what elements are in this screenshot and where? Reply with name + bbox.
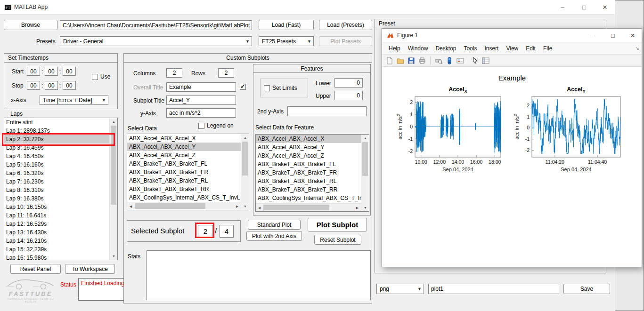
- lap-list-item[interactable]: Lap 5: 16.160s: [4, 160, 109, 169]
- select-data-listbox[interactable]: ABX_Accel_ABX_Accel_XABX_Accel_ABX_Accel…: [127, 134, 249, 210]
- overall-title-checkbox-row[interactable]: [240, 84, 246, 90]
- feature-list-item[interactable]: ABX_CoolingSys_Internal_ABX_CS_T_InvL: [256, 194, 361, 202]
- scroll-right-icon[interactable]: ▶: [234, 202, 241, 210]
- start-minute-field[interactable]: 00: [45, 67, 58, 76]
- standard-plot-button[interactable]: Standard Plot: [248, 220, 301, 230]
- menu-insert[interactable]: Insert: [481, 45, 502, 52]
- feature-list-item[interactable]: ABX_Accel_ABX_Accel_Y: [256, 143, 361, 152]
- data-list-item[interactable]: ABX_BrakeT_ABX_BrakeT_FL: [127, 159, 241, 168]
- lap-list-item[interactable]: Lap 6: 16.320s: [4, 169, 109, 177]
- select-data-scrollbar-horizontal[interactable]: ◀ ▶: [127, 202, 241, 210]
- feature-data-listbox[interactable]: ABX_Accel_ABX_Accel_XABX_Accel_ABX_Accel…: [255, 134, 369, 212]
- reset-panel-button[interactable]: Reset Panel: [10, 264, 61, 274]
- scroll-down-icon[interactable]: ▼: [361, 204, 369, 211]
- scroll-left-icon[interactable]: ◀: [127, 202, 134, 210]
- feature-list-item[interactable]: ABX_Accel_ABX_Accel_Z: [256, 152, 361, 160]
- lap-list-item[interactable]: Lap 10: 16.150s: [4, 203, 109, 211]
- lap-list-item[interactable]: Lap 13: 16.430s: [4, 228, 109, 237]
- feature-list-item[interactable]: ABX_BrakeT_ABX_BrakeT_RR: [256, 185, 361, 194]
- stop-minute-field[interactable]: 00: [45, 81, 58, 90]
- minimize-button[interactable]: –: [555, 3, 570, 12]
- export-filename-field[interactable]: plot1: [428, 284, 559, 294]
- feature-list-item[interactable]: ABX_BrakeT_ABX_BrakeT_FL: [256, 160, 361, 168]
- plot-presets-button[interactable]: Plot Presets: [319, 36, 372, 46]
- scroll-down-icon[interactable]: ▼: [110, 253, 118, 260]
- menu-edit[interactable]: Edit: [522, 45, 539, 52]
- save-figure-icon[interactable]: [407, 56, 416, 65]
- scrollbar-thumb[interactable]: [242, 142, 248, 175]
- save-button[interactable]: Save: [563, 284, 610, 294]
- feature-scrollbar-horizontal[interactable]: ◀ ▶: [256, 203, 361, 211]
- lap-list-item[interactable]: Lap 9: 16.380s: [4, 194, 109, 203]
- lap-list-item[interactable]: Lap 7: 16.230s: [4, 177, 109, 186]
- lap-list-item[interactable]: Lap 4: 16.450s: [4, 152, 109, 160]
- select-data-scrollbar-vertical[interactable]: ▲ ▼: [241, 134, 249, 210]
- scroll-up-icon[interactable]: ▲: [241, 134, 249, 141]
- scrollbar-thumb[interactable]: [362, 142, 368, 176]
- second-yaxis-field[interactable]: [287, 106, 367, 116]
- browse-button[interactable]: Browse: [4, 20, 57, 30]
- overall-title-checkbox[interactable]: [240, 84, 246, 90]
- load-fast-button[interactable]: Load (Fast): [259, 20, 314, 30]
- scrollbar-thumb[interactable]: [135, 203, 205, 209]
- menu-tools[interactable]: Tools: [460, 45, 481, 52]
- edit-plot-cursor-icon[interactable]: [470, 56, 480, 65]
- close-button[interactable]: ✕: [597, 3, 612, 12]
- subplot-title-field[interactable]: Accel_Y: [166, 96, 236, 105]
- export-format-dropdown[interactable]: png ▼: [376, 284, 424, 294]
- open-file-icon[interactable]: [396, 56, 405, 65]
- use-checkbox-row[interactable]: Use: [92, 73, 110, 80]
- overall-title-field[interactable]: Example: [166, 82, 236, 92]
- load-presets-button[interactable]: Load (Presets): [319, 20, 372, 30]
- rows-field[interactable]: 2: [218, 68, 234, 78]
- feature-list-item[interactable]: ABX_BrakeT_ABX_BrakeT_FR: [256, 168, 361, 177]
- legend-checkbox[interactable]: [198, 123, 204, 129]
- lap-list-item[interactable]: Lap 11: 16.641s: [4, 211, 109, 220]
- menu-desktop[interactable]: Desktop: [432, 45, 460, 52]
- menu-window[interactable]: Window: [404, 45, 432, 52]
- scroll-left-icon[interactable]: ◀: [256, 204, 263, 212]
- data-list-item[interactable]: ABX_BrakeT_ABX_BrakeT_RR: [127, 185, 241, 193]
- stop-hour-field[interactable]: 00: [27, 81, 40, 90]
- insert-legend-icon[interactable]: [456, 56, 465, 65]
- data-list-item[interactable]: ABX_Accel_ABX_Accel_Z: [127, 151, 241, 159]
- menu-file[interactable]: File: [539, 45, 556, 52]
- presets-dropdown[interactable]: Driver - General ▼: [60, 36, 252, 46]
- path-field[interactable]: C:\Users\Vincent Chau\Documents\Fasttube…: [60, 20, 252, 30]
- lap-list-item[interactable]: Lap 15: 32.239s: [4, 245, 109, 254]
- figure-maximize-button[interactable]: □: [605, 31, 620, 40]
- ft25-presets-dropdown[interactable]: FT25 Presets ▼: [259, 36, 314, 46]
- lap-list-item[interactable]: Lap 12: 16.529s: [4, 220, 109, 228]
- start-hour-field[interactable]: 00: [27, 67, 40, 76]
- figure-minimize-button[interactable]: –: [584, 31, 599, 40]
- dock-figure-icon[interactable]: ↘: [636, 46, 639, 51]
- data-list-item[interactable]: ABX_Accel_ABX_Accel_Y: [127, 143, 241, 151]
- feature-scrollbar-vertical[interactable]: ▲ ▼: [361, 135, 369, 211]
- reset-subplot-button[interactable]: Reset Subplot: [314, 235, 361, 245]
- data-list-item[interactable]: ABX_BrakeT_ABX_BrakeT_FR: [127, 168, 241, 176]
- maximize-button[interactable]: □: [577, 3, 592, 12]
- data-list-item[interactable]: ABX_BrakeT_ABX_BrakeT_RL: [127, 176, 241, 185]
- columns-field[interactable]: 2: [166, 68, 182, 78]
- xaxis-dropdown[interactable]: Time [h:m:s + Date] ▼: [40, 95, 108, 105]
- scroll-up-icon[interactable]: ▲: [361, 135, 369, 142]
- legend-checkbox-row[interactable]: Legend on: [198, 122, 234, 129]
- set-limits-checkbox[interactable]: [264, 85, 270, 91]
- scroll-down-icon[interactable]: ▼: [241, 203, 249, 210]
- figure-close-button[interactable]: ✕: [625, 31, 640, 40]
- property-inspector-icon[interactable]: [481, 56, 490, 65]
- data-list-item[interactable]: ABX_Accel_ABX_Accel_X: [127, 134, 241, 143]
- start-second-field[interactable]: 00: [63, 67, 76, 76]
- set-limits-checkbox-row[interactable]: Set Limits: [264, 85, 297, 91]
- feature-list-item[interactable]: ABX_BrakeT_ABX_BrakeT_RL: [256, 177, 361, 185]
- feature-list-item[interactable]: ABX_Accel_ABX_Accel_X: [256, 135, 361, 143]
- lap-list-item[interactable]: Lap 8: 16.310s: [4, 186, 109, 194]
- lap-list-item[interactable]: Entire stint: [4, 118, 109, 127]
- lap-list-item[interactable]: Lap 16: 15.980s: [4, 254, 109, 260]
- scroll-right-icon[interactable]: ▶: [354, 204, 361, 212]
- stop-second-field[interactable]: 00: [63, 81, 76, 90]
- lower-field[interactable]: 0: [334, 78, 363, 88]
- data-list-item[interactable]: ABX_CoolingSys_Internal_ABX_CS_T_InvL: [127, 193, 241, 202]
- to-workspace-button[interactable]: To Workspace: [65, 264, 115, 274]
- menu-help[interactable]: Help: [385, 45, 404, 52]
